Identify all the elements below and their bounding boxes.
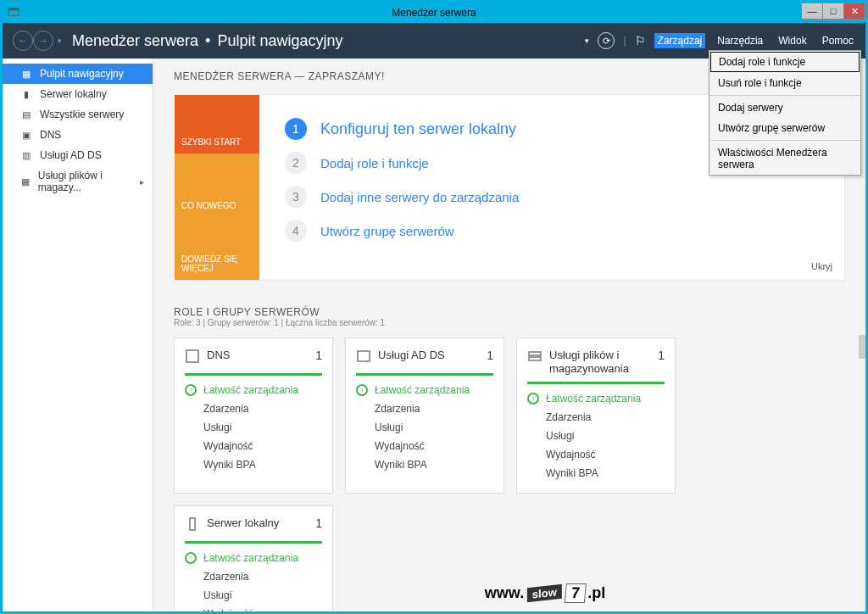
status-ok-icon: ↑	[527, 393, 539, 405]
tile-title: DNS	[207, 349, 309, 362]
separator	[709, 95, 860, 96]
sidebar-item-dns[interactable]: ▣ DNS	[3, 125, 153, 145]
nav-history-dropdown[interactable]: ▾	[53, 31, 65, 51]
storage-icon: ▦	[19, 176, 31, 187]
menu-pomoc[interactable]: Pomoc	[819, 33, 857, 48]
server-icon: ▮	[19, 88, 33, 100]
tile-performance[interactable]: Wydajność	[185, 605, 322, 611]
watermark: www. slow 7 .pl	[485, 583, 605, 603]
step-number: 1	[285, 118, 307, 140]
maximize-button[interactable]: □	[822, 3, 844, 20]
tile-adds[interactable]: Usługi AD DS 1 ↑Łatwość zarządzania Zdar…	[345, 338, 504, 494]
tile-manageability[interactable]: ↑Łatwość zarządzania	[356, 384, 493, 396]
tile-events[interactable]: Zdarzenia	[185, 567, 322, 586]
separator: |	[623, 35, 626, 47]
tile-services[interactable]: Usługi	[527, 427, 665, 445]
sidebar-item-label: DNS	[40, 129, 61, 141]
welcome-tab-learnmore[interactable]: DOWIEDZ SIĘ WIĘCEJ	[175, 217, 259, 280]
welcome-tab-whatsnew[interactable]: CO NOWEGO	[175, 154, 259, 217]
tile-bpa[interactable]: Wyniki BPA	[185, 455, 322, 474]
tile-dns[interactable]: DNS 1 ↑Łatwość zarządzania Zdarzenia Usł…	[174, 338, 333, 494]
back-button[interactable]: ←	[13, 31, 33, 51]
zarzadzaj-dropdown: Dodaj role i funkcje Usuń role i funkcje…	[709, 50, 861, 176]
minimize-button[interactable]: —	[801, 3, 823, 20]
dns-icon	[185, 349, 200, 364]
tile-manageability[interactable]: ↑Łatwość zarządzania	[185, 384, 322, 396]
menu-widok[interactable]: Widok	[775, 33, 810, 48]
sidebar-item-local-server[interactable]: ▮ Serwer lokalny	[3, 84, 153, 104]
sidebar-item-label: Usługi AD DS	[40, 149, 102, 161]
breadcrumb: Menedżer serwera • Pulpit nawigacyjny	[72, 32, 342, 50]
tile-count: 1	[315, 516, 322, 530]
dns-icon: ▣	[19, 129, 33, 141]
sidebar-item-all-servers[interactable]: ▤ Wszystkie serwery	[3, 104, 153, 125]
sidebar-item-label: Wszystkie serwery	[40, 109, 124, 120]
breadcrumb-page: Pulpit nawigacyjny	[217, 32, 342, 50]
tile-performance[interactable]: Wydajność	[356, 437, 493, 455]
step-label: Utwórz grupę serwerów	[320, 224, 454, 238]
svg-rect-6	[190, 518, 195, 530]
tile-count: 1	[487, 349, 493, 362]
menu-narzedzia[interactable]: Narzędzia	[714, 33, 766, 48]
breadcrumb-root[interactable]: Menedżer serwera	[72, 32, 198, 50]
tile-events[interactable]: Zdarzenia	[527, 408, 665, 427]
dropdown-create-group[interactable]: Utwórz grupę serwerów	[709, 118, 860, 138]
tile-bpa[interactable]: Wyniki BPA	[356, 455, 493, 474]
tile-local-server[interactable]: Serwer lokalny 1 ↑Łatwość zarządzania Zd…	[174, 505, 333, 611]
tile-title: Usługi plików i magazynowania	[549, 349, 651, 375]
tile-services[interactable]: Usługi	[185, 586, 322, 605]
menu-zarzadzaj[interactable]: Zarządzaj	[654, 33, 706, 48]
server-icon	[185, 516, 200, 532]
tile-performance[interactable]: Wydajność	[185, 437, 322, 455]
tile-performance[interactable]: Wydajność	[527, 445, 665, 464]
step-number: 4	[285, 220, 307, 242]
step-label: Konfiguruj ten serwer lokalny	[320, 120, 516, 138]
separator	[709, 140, 860, 141]
tile-bpa[interactable]: Wyniki BPA	[527, 464, 665, 483]
close-button[interactable]: ✕	[843, 3, 865, 20]
hide-button[interactable]: Ukryj	[811, 261, 832, 271]
welcome-tab-quickstart[interactable]: SZYBKI START	[175, 95, 259, 154]
svg-rect-5	[529, 357, 541, 360]
tile-count: 1	[315, 349, 322, 362]
tile-manageability[interactable]: ↑Łatwość zarządzania	[527, 393, 665, 405]
chevron-right-icon: •	[205, 32, 210, 50]
sidebar-item-adds[interactable]: ▥ Usługi AD DS	[3, 145, 153, 165]
step-label: Dodaj inne serwery do zarządzania	[320, 190, 519, 204]
tile-manageability[interactable]: ↑Łatwość zarządzania	[185, 552, 322, 564]
svg-rect-2	[186, 350, 198, 362]
roles-subheading: Role: 3 | Grupy serwerów: 1 | Łączna lic…	[174, 318, 845, 327]
step-label: Dodaj role i funkcje	[320, 156, 429, 170]
scrollbar-thumb[interactable]	[859, 335, 865, 359]
tile-file-storage[interactable]: Usługi plików i magazynowania 1 ↑Łatwość…	[516, 338, 676, 494]
step-number: 2	[285, 152, 307, 174]
notifications-flag-icon[interactable]: ⚐	[635, 34, 646, 47]
chevron-down-icon[interactable]: ▾	[585, 36, 589, 45]
chevron-right-icon: ▸	[140, 177, 144, 187]
app-icon	[8, 6, 19, 18]
step-create-group[interactable]: 4 Utwórz grupę serwerów	[285, 214, 819, 248]
dropdown-properties[interactable]: Właściwości Menedżera serwera	[709, 142, 860, 175]
status-ok-icon: ↑	[356, 384, 368, 396]
servers-icon: ▤	[19, 109, 33, 120]
tile-services[interactable]: Usługi	[356, 418, 493, 437]
dashboard-icon: ▦	[19, 68, 33, 80]
sidebar: ▦ Pulpit nawigacyjny ▮ Serwer lokalny ▤ …	[3, 59, 153, 611]
tile-services[interactable]: Usługi	[185, 418, 322, 437]
refresh-button[interactable]: ⟳	[598, 32, 615, 49]
forward-button[interactable]: →	[33, 31, 53, 51]
tile-events[interactable]: Zdarzenia	[356, 399, 493, 418]
dropdown-remove-roles[interactable]: Usuń role i funkcje	[709, 73, 860, 93]
tile-count: 1	[658, 349, 665, 362]
step-add-servers[interactable]: 3 Dodaj inne serwery do zarządzania	[285, 180, 819, 214]
svg-rect-1	[8, 8, 19, 11]
step-number: 3	[285, 186, 307, 208]
tile-title: Usługi AD DS	[378, 349, 480, 362]
dropdown-add-servers[interactable]: Dodaj serwery	[709, 98, 860, 118]
tile-events[interactable]: Zdarzenia	[185, 399, 322, 418]
sidebar-item-label: Pulpit nawigacyjny	[40, 68, 124, 80]
sidebar-item-file-storage[interactable]: ▦ Usługi plików i magazy... ▸	[3, 165, 153, 198]
dropdown-add-roles[interactable]: Dodaj role i funkcje	[710, 52, 860, 72]
storage-icon	[527, 349, 542, 364]
sidebar-item-dashboard[interactable]: ▦ Pulpit nawigacyjny	[3, 64, 153, 84]
